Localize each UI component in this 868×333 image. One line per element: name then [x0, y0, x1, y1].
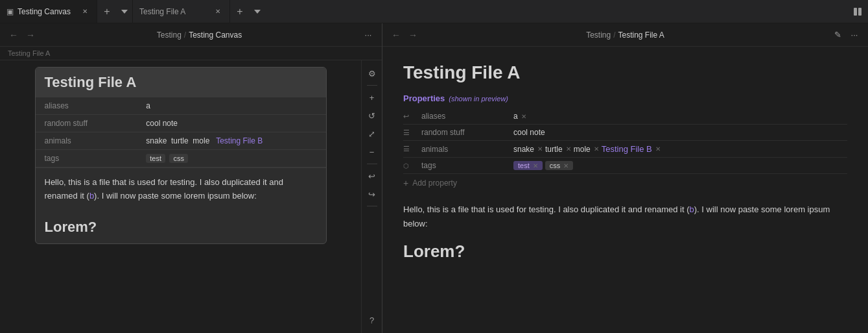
right-lorem-heading: Lorem? [403, 241, 847, 262]
prop-val-animals: snake turtle mole Testing File B [137, 132, 325, 150]
sidebar-help-button[interactable]: ? [364, 312, 380, 328]
right-more-button[interactable]: ··· [847, 28, 862, 42]
css-tag-remove[interactable]: ✕ [563, 162, 569, 169]
prop-val-aliases: a [137, 97, 325, 115]
right-page-title: Testing File A [403, 62, 847, 83]
tag-test: test [146, 154, 165, 163]
canvas-card-title: Testing File A [45, 74, 317, 91]
table-row: aliases a [36, 97, 326, 115]
svg-rect-0 [854, 8, 857, 16]
breadcrumb-current: Testing Canvas [189, 31, 242, 40]
side-divider-2 [367, 164, 377, 164]
side-toolbar: ⚙ + ↺ ⤢ − ↩ ↪ ? [361, 60, 382, 333]
aliases-remove-button[interactable]: ✕ [521, 113, 526, 120]
prop-val-random: cool note [137, 115, 325, 132]
prop-val-tags-right: test ✕ css ✕ [513, 161, 573, 170]
tab-bar: ▣ Testing Canvas ✕ + Testing File A ✕ + [0, 0, 868, 23]
sidebar-settings-button[interactable]: ⚙ [364, 66, 380, 81]
main-content: ← → Testing / Testing Canvas ··· Testing… [0, 23, 868, 333]
left-more-button[interactable]: ··· [361, 28, 375, 42]
left-toolbar-actions: ··· [361, 28, 375, 42]
file-a-tab-dropdown[interactable] [250, 0, 265, 23]
right-body-text: Hello, this is a file that is used for t… [403, 203, 847, 231]
prop-val-random-right: cool note [513, 128, 545, 137]
sidebar-minus-button[interactable]: − [364, 144, 380, 160]
canvas-tab-title: Testing Canvas [18, 7, 76, 16]
properties-note: (shown in preview) [449, 95, 508, 103]
prop-val-aliases-right: a ✕ [513, 112, 526, 121]
left-back-button[interactable]: ← [6, 28, 21, 42]
turtle-remove-button[interactable]: ✕ [566, 145, 571, 153]
body-text-after: ). I will now paste some lorem ipsum bel… [94, 191, 257, 201]
add-property-icon: + [403, 178, 408, 188]
file-a-tab-title: Testing File A [139, 7, 209, 16]
canvas-card-header: Testing File A [36, 68, 326, 97]
left-toolbar: ← → Testing / Testing Canvas ··· [0, 23, 382, 47]
canvas-file-label: Testing File A [0, 47, 382, 60]
canvas-workspace: Testing File A aliases a random [0, 60, 382, 333]
alias-icon: ↩ [403, 112, 414, 121]
mole-remove-button[interactable]: ✕ [594, 145, 599, 153]
table-row: animals snake turtle mole Testing File B [36, 132, 326, 150]
prop-row-random: ☰ random stuff cool note [403, 125, 847, 141]
prop-key-tags-right: tags [421, 161, 506, 170]
animals-testing-file-b-link[interactable]: Testing File B [602, 144, 652, 154]
canvas-scroll-area[interactable]: Testing File A aliases a random [0, 60, 361, 333]
tag-css-right: css ✕ [545, 161, 574, 170]
sidebar-expand-button[interactable]: ⤢ [364, 126, 380, 142]
breadcrumb-parent[interactable]: Testing [157, 31, 182, 40]
snake-remove-button[interactable]: ✕ [537, 145, 543, 153]
left-breadcrumb: Testing / Testing Canvas [40, 31, 358, 40]
prop-key-random-right: random stuff [421, 128, 506, 137]
file-a-new-tab-button[interactable]: + [230, 0, 250, 23]
properties-header: Properties (shown in preview) [403, 93, 847, 103]
prop-val-animals-right: snake ✕ turtle ✕ mole ✕ Testing File B ✕ [513, 144, 661, 154]
right-scroll-content[interactable]: Testing File A Properties (shown in prev… [382, 47, 868, 333]
canvas-lorem-heading: Lorem? [36, 211, 326, 243]
canvas-properties-table: aliases a random stuff cool note animals [36, 97, 326, 167]
canvas-tab-icon: ▣ [6, 7, 14, 16]
window-controls [852, 0, 868, 23]
properties-label: Properties [403, 93, 445, 103]
svg-rect-1 [858, 8, 862, 16]
add-property-button[interactable]: + Add property [403, 174, 847, 192]
canvas-tab-close[interactable]: ✕ [80, 6, 90, 17]
right-breadcrumb-parent[interactable]: Testing [586, 31, 611, 40]
right-back-button[interactable]: ← [389, 28, 403, 42]
file-a-tab-close[interactable]: ✕ [213, 6, 223, 17]
left-nav: ← → [6, 28, 38, 42]
properties-section: Properties (shown in preview) ↩ aliases … [403, 93, 847, 192]
testing-file-b-remove-button[interactable]: ✕ [655, 145, 661, 153]
canvas-new-tab-button[interactable]: + [97, 0, 117, 23]
prop-key-tags: tags [36, 150, 137, 167]
right-nav: ← → [389, 28, 420, 42]
prop-key-animals-right: animals [421, 145, 506, 154]
right-breadcrumb-separator: / [613, 31, 615, 40]
breadcrumb-separator: / [184, 31, 186, 40]
sidebar-redo-button[interactable]: ↪ [364, 186, 380, 202]
prop-key-animals: animals [36, 132, 137, 150]
animals-file-link[interactable]: Testing File B [216, 136, 263, 145]
sidebar-refresh-button[interactable]: ↺ [364, 108, 380, 123]
right-toolbar-actions: ✎ ··· [830, 28, 862, 42]
table-row: random stuff cool note [36, 115, 326, 132]
right-forward-button[interactable]: → [406, 28, 420, 42]
sidebar-plus-button[interactable]: + [364, 90, 380, 105]
canvas-tab-dropdown[interactable] [117, 0, 132, 23]
tab-file-a[interactable]: Testing File A ✕ [133, 0, 230, 23]
right-edit-button[interactable]: ✎ [830, 28, 845, 42]
list-icon-random: ☰ [403, 129, 414, 137]
right-breadcrumb: Testing / Testing File A [423, 31, 828, 40]
side-divider-1 [367, 85, 377, 86]
window-tile-button[interactable] [852, 6, 863, 17]
test-tag-remove[interactable]: ✕ [533, 162, 538, 169]
tag-css: css [169, 154, 188, 163]
table-row: tags test css [36, 150, 326, 167]
left-forward-button[interactable]: → [23, 28, 38, 42]
prop-row-tags: ⬡ tags test ✕ css ✕ [403, 158, 847, 174]
tag-test-right: test ✕ [513, 161, 543, 170]
canvas-card: Testing File A aliases a random [35, 67, 327, 244]
right-body-link[interactable]: b [690, 204, 694, 214]
sidebar-undo-button[interactable]: ↩ [364, 168, 380, 184]
tab-canvas[interactable]: ▣ Testing Canvas ✕ [0, 0, 97, 23]
